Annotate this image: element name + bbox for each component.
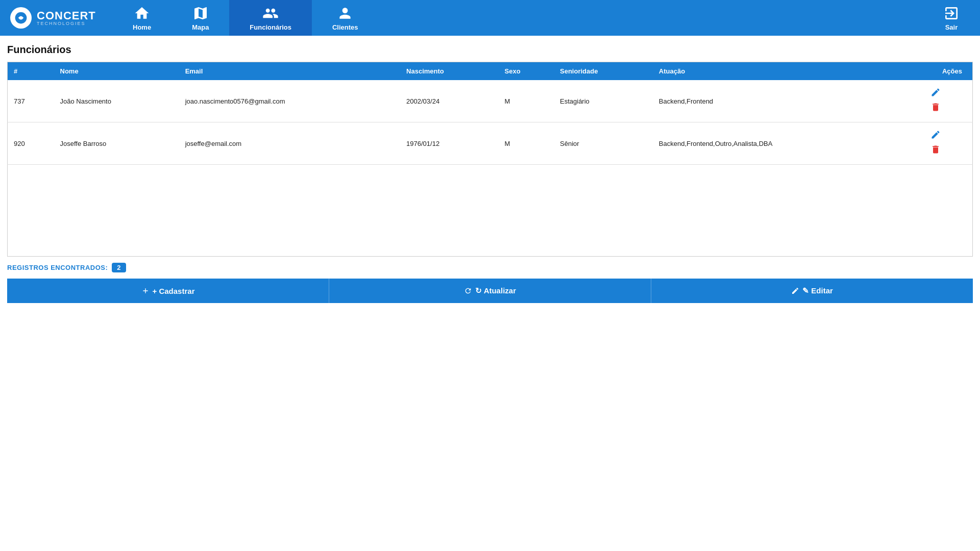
navbar: CONCERT TECHNOLOGIES Home Mapa Funcionár… xyxy=(0,0,980,36)
atualizar-label: ↻ Atualizar xyxy=(475,286,516,295)
logo-icon xyxy=(10,7,32,29)
nav-items: Home Mapa Funcionários Clientes xyxy=(112,0,980,36)
cell-sexo: M xyxy=(499,80,554,122)
nav-sair[interactable]: Sair xyxy=(923,0,980,36)
cell-id: 737 xyxy=(8,80,54,122)
delete-icon-737[interactable] xyxy=(930,102,941,115)
cell-id: 920 xyxy=(8,122,54,165)
cell-nascimento: 1976/01/12 xyxy=(400,122,498,165)
edit-icon-920[interactable] xyxy=(930,130,941,142)
nav-funcionarios[interactable]: Funcionários xyxy=(229,0,312,36)
nav-sair-label: Sair xyxy=(945,23,958,31)
nav-funcionarios-label: Funcionários xyxy=(250,23,291,31)
col-sexo: Sexo xyxy=(499,62,554,81)
cell-senioridade: Sênior xyxy=(554,122,653,165)
col-acoes: Ações xyxy=(901,62,973,81)
table-row: 920 Joseffe Barroso joseffe@email.com 19… xyxy=(8,122,973,165)
records-found: REGISTROS ENCONTRADOS: 2 xyxy=(7,263,973,272)
nav-mapa-label: Mapa xyxy=(192,23,209,31)
col-nascimento: Nascimento xyxy=(400,62,498,81)
cell-email: joao.nascimento0576@gmail.com xyxy=(179,80,400,122)
cell-nome: Joseffe Barroso xyxy=(54,122,179,165)
records-badge: 2 xyxy=(112,263,126,272)
cell-atuacao: Backend,Frontend,Outro,Analista,DBA xyxy=(653,122,901,165)
empty-space-row xyxy=(8,165,973,257)
col-email: Email xyxy=(179,62,400,81)
nav-clientes[interactable]: Clientes xyxy=(312,0,379,36)
cell-email: joseffe@email.com xyxy=(179,122,400,165)
cell-senioridade: Estagiário xyxy=(554,80,653,122)
delete-icon-920[interactable] xyxy=(930,144,941,157)
cell-atuacao: Backend,Frontend xyxy=(653,80,901,122)
nav-home-label: Home xyxy=(133,23,151,31)
cadastrar-label: + Cadastrar xyxy=(153,287,195,295)
nav-clientes-label: Clientes xyxy=(332,23,358,31)
cell-nome: João Nascimento xyxy=(54,80,179,122)
col-id: # xyxy=(8,62,54,81)
table-body: 737 João Nascimento joao.nascimento0576@… xyxy=(8,80,973,257)
cell-sexo: M xyxy=(499,122,554,165)
page-content: Funcionários # Nome Email Nascimento Sex… xyxy=(0,36,980,257)
logo-brand: CONCERT xyxy=(37,10,96,21)
employees-table: # Nome Email Nascimento Sexo Senioridade… xyxy=(7,62,973,257)
cell-nascimento: 2002/03/24 xyxy=(400,80,498,122)
table-header: # Nome Email Nascimento Sexo Senioridade… xyxy=(8,62,973,81)
nav-mapa[interactable]: Mapa xyxy=(172,0,229,36)
col-senioridade: Senioridade xyxy=(554,62,653,81)
bottom-bar: + Cadastrar ↻ Atualizar ✎ Editar xyxy=(7,279,973,303)
col-atuacao: Atuação xyxy=(653,62,901,81)
edit-icon-737[interactable] xyxy=(930,87,941,100)
cell-acoes xyxy=(901,122,973,165)
cadastrar-button[interactable]: + Cadastrar xyxy=(7,279,329,303)
table-row: 737 João Nascimento joao.nascimento0576@… xyxy=(8,80,973,122)
editar-label: ✎ Editar xyxy=(802,286,833,295)
action-icons xyxy=(907,130,964,157)
editar-button[interactable]: ✎ Editar xyxy=(651,279,973,303)
cell-acoes xyxy=(901,80,973,122)
page-title: Funcionários xyxy=(7,44,973,56)
records-label: REGISTROS ENCONTRADOS: xyxy=(7,264,108,271)
logo-sub: TECHNOLOGIES xyxy=(37,21,96,26)
footer-area: REGISTROS ENCONTRADOS: 2 + Cadastrar ↻ A… xyxy=(0,257,980,303)
logo-text: CONCERT TECHNOLOGIES xyxy=(37,10,96,26)
col-nome: Nome xyxy=(54,62,179,81)
logo: CONCERT TECHNOLOGIES xyxy=(0,0,112,36)
atualizar-button[interactable]: ↻ Atualizar xyxy=(329,279,651,303)
nav-home[interactable]: Home xyxy=(112,0,172,36)
action-icons xyxy=(907,87,964,115)
